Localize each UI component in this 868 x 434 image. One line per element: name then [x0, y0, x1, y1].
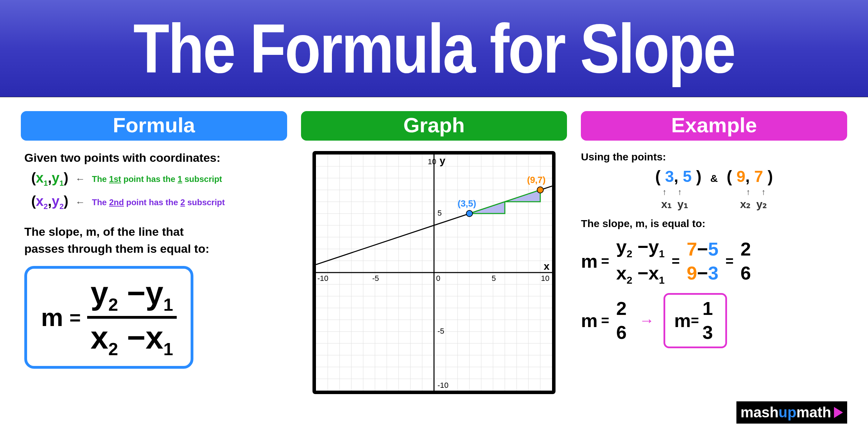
- point2-row: (x2,y2) ← The 2nd point has the 2 subscr…: [31, 193, 287, 211]
- svg-point-41: [466, 210, 473, 217]
- graph-column: Graph: [301, 111, 567, 434]
- point1-row: (x1,y1) ← The 1st point has the 1 subscr…: [31, 170, 287, 188]
- formula-desc1: The slope, m, of the line that: [24, 225, 287, 239]
- tick-yneg10: -10: [437, 381, 449, 390]
- y-axis-label: y: [440, 155, 445, 166]
- example-intro: Using the points:: [581, 151, 847, 163]
- columns: Formula Given two points with coordinate…: [0, 97, 868, 434]
- arrow-left-icon: ←: [75, 174, 85, 185]
- graph-p1-label: (3,5): [458, 198, 476, 209]
- example-equation-1: m = y2 −y1 x2 −x1 = 7−5 9−3 = 2 6: [581, 236, 847, 286]
- graph-header: Graph: [301, 111, 567, 141]
- example-points: ( 3, 5 ) & ( 9, 7 ): [581, 167, 847, 186]
- arrow-right-icon: →: [639, 312, 654, 329]
- play-icon: [834, 407, 843, 418]
- example-lead2: The slope, m, is equal to:: [581, 218, 847, 229]
- tick-zero: 0: [436, 274, 440, 283]
- mashupmath-logo: mashupmath: [736, 401, 847, 424]
- example-equation-2: m = 2 6 → m = 1 3: [581, 293, 847, 348]
- sublabels: x₁y₁ x₂y₂: [581, 198, 847, 211]
- result-box: m = 1 3: [663, 293, 727, 348]
- formula-m: m: [41, 303, 63, 332]
- point2-notation: (x2,y2): [31, 193, 68, 211]
- coordinate-graph: (3,5) (9,7) y 10 x -10 -5 0 5 10 5 -5 -1…: [312, 151, 556, 394]
- tick-yneg5: -5: [437, 327, 444, 335]
- tick-y5: 5: [437, 209, 442, 217]
- formula-desc2: passes through them is equal to:: [24, 242, 287, 256]
- formula-intro: Given two points with coordinates:: [24, 151, 287, 165]
- point1-annot: The 1st point has the 1 subscript: [92, 174, 222, 184]
- tick-neg10: -10: [317, 274, 328, 283]
- graph-svg: (3,5) (9,7) y 10 x -10 -5 0 5 10 5 -5 -1…: [316, 155, 552, 391]
- page-title: The Formula for Slope: [133, 9, 735, 89]
- tick-p5: 5: [492, 274, 496, 283]
- slope-fraction: y2 −y1 x2 −x1: [87, 276, 177, 359]
- tick-neg5: -5: [372, 274, 379, 283]
- page-header: The Formula for Slope: [0, 0, 868, 97]
- formula-column: Formula Given two points with coordinate…: [21, 111, 287, 434]
- example-header: Example: [581, 111, 847, 141]
- example-column: Example Using the points: ( 3, 5 ) & ( 9…: [581, 111, 847, 434]
- point1-notation: (x1,y1): [31, 170, 68, 188]
- svg-marker-40: [505, 190, 540, 202]
- formula-header: Formula: [21, 111, 287, 141]
- arrows-row: ↑↑ ↑↑: [581, 187, 847, 197]
- x-axis-label: x: [544, 260, 550, 272]
- formula-eq: =: [69, 306, 81, 329]
- slope-formula-box: m = y2 −y1 x2 −x1: [24, 266, 193, 369]
- point2-annot: The 2nd point has the 2 subscript: [92, 198, 225, 207]
- tick-p10x: 10: [541, 274, 549, 283]
- tick-top10: 10: [428, 157, 436, 166]
- graph-p2-label: (9,7): [527, 175, 545, 185]
- arrow-left-icon: ←: [75, 197, 85, 208]
- svg-point-42: [537, 187, 543, 193]
